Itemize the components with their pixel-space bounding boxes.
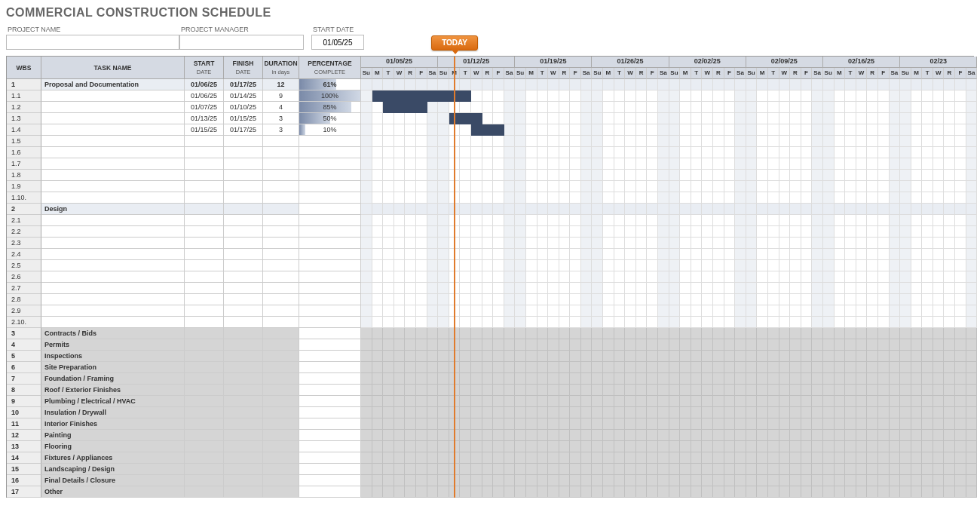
day-cell[interactable] xyxy=(669,430,681,441)
day-cell[interactable] xyxy=(515,328,526,339)
task-cell[interactable] xyxy=(41,170,185,181)
start-date-cell[interactable]: 01/06/25 xyxy=(185,79,224,90)
day-cell[interactable] xyxy=(460,283,471,294)
day-cell[interactable] xyxy=(625,226,636,238)
task-cell[interactable]: Interior Finishes xyxy=(41,418,185,430)
day-cell[interactable] xyxy=(944,226,955,238)
day-cell[interactable] xyxy=(592,136,603,147)
day-cell[interactable] xyxy=(394,204,406,215)
day-cell[interactable] xyxy=(658,407,669,418)
day-cell[interactable] xyxy=(812,396,823,407)
day-cell[interactable] xyxy=(878,373,890,385)
day-cell[interactable] xyxy=(636,170,648,181)
day-cell[interactable] xyxy=(658,136,669,147)
day-cell[interactable] xyxy=(890,113,901,124)
day-cell[interactable] xyxy=(713,102,724,113)
day-cell[interactable] xyxy=(482,192,494,204)
day-cell[interactable] xyxy=(647,373,658,385)
day-cell[interactable] xyxy=(856,249,868,260)
day-cell[interactable] xyxy=(394,430,406,441)
day-cell[interactable] xyxy=(504,170,516,181)
day-cell[interactable] xyxy=(636,385,648,396)
day-cell[interactable] xyxy=(372,226,384,238)
day-cell[interactable] xyxy=(801,441,813,452)
day-cell[interactable] xyxy=(526,249,537,260)
day-cell[interactable] xyxy=(581,418,593,430)
day-cell[interactable] xyxy=(427,260,439,271)
day-cell[interactable] xyxy=(757,339,768,351)
day-cell[interactable] xyxy=(702,351,713,362)
day-cell[interactable] xyxy=(504,192,516,204)
day-cell[interactable] xyxy=(603,215,614,226)
day-cell[interactable] xyxy=(812,147,823,158)
day-cell[interactable] xyxy=(636,486,648,498)
day-cell[interactable] xyxy=(966,136,978,147)
day-cell[interactable] xyxy=(482,486,494,498)
day-cell[interactable] xyxy=(438,147,449,158)
day-cell[interactable] xyxy=(504,441,516,452)
day-cell[interactable] xyxy=(537,452,549,464)
day-cell[interactable] xyxy=(625,215,636,226)
day-cell[interactable] xyxy=(768,181,779,192)
day-cell[interactable] xyxy=(427,294,439,305)
day-cell[interactable] xyxy=(735,113,746,124)
day-cell[interactable] xyxy=(735,418,746,430)
day-cell[interactable] xyxy=(735,305,746,317)
day-cell[interactable] xyxy=(713,464,724,475)
day-cell[interactable] xyxy=(394,283,406,294)
day-cell[interactable] xyxy=(746,373,758,385)
day-cell[interactable] xyxy=(790,452,801,464)
day-cell[interactable] xyxy=(724,430,736,441)
day-cell[interactable] xyxy=(801,475,813,486)
day-cell[interactable] xyxy=(757,385,768,396)
day-cell[interactable] xyxy=(867,385,878,396)
day-cell[interactable] xyxy=(361,464,372,475)
day-cell[interactable] xyxy=(526,181,537,192)
day-cell[interactable] xyxy=(493,90,504,102)
day-cell[interactable] xyxy=(581,407,593,418)
day-cell[interactable] xyxy=(835,305,846,317)
day-cell[interactable] xyxy=(416,79,427,90)
day-cell[interactable] xyxy=(835,136,846,147)
day-cell[interactable] xyxy=(702,238,713,249)
day-cell[interactable] xyxy=(504,249,516,260)
day-cell[interactable] xyxy=(768,124,779,136)
day-cell[interactable] xyxy=(581,238,593,249)
day-cell[interactable] xyxy=(691,407,703,418)
day-cell[interactable] xyxy=(471,226,482,238)
day-cell[interactable] xyxy=(878,430,890,441)
day-cell[interactable] xyxy=(724,305,736,317)
day-cell[interactable] xyxy=(647,113,658,124)
day-cell[interactable] xyxy=(570,441,581,452)
day-cell[interactable] xyxy=(856,441,868,452)
day-cell[interactable] xyxy=(823,317,835,328)
day-cell[interactable] xyxy=(680,351,691,362)
duration-cell[interactable]: 9 xyxy=(263,90,299,102)
day-cell[interactable] xyxy=(636,124,648,136)
day-cell[interactable] xyxy=(933,305,945,317)
day-cell[interactable] xyxy=(383,305,394,317)
day-cell[interactable] xyxy=(823,283,835,294)
day-cell[interactable] xyxy=(735,339,746,351)
day-cell[interactable] xyxy=(482,249,494,260)
day-cell[interactable] xyxy=(592,283,603,294)
day-cell[interactable] xyxy=(537,204,549,215)
day-cell[interactable] xyxy=(570,362,581,373)
day-cell[interactable] xyxy=(515,441,526,452)
day-cell[interactable] xyxy=(955,452,966,464)
day-cell[interactable] xyxy=(735,271,746,283)
day-cell[interactable] xyxy=(702,192,713,204)
day-cell[interactable] xyxy=(438,113,449,124)
day-cell[interactable] xyxy=(922,396,933,407)
pct-cell[interactable] xyxy=(299,430,361,441)
day-cell[interactable] xyxy=(746,305,758,317)
day-cell[interactable] xyxy=(526,351,537,362)
day-cell[interactable] xyxy=(636,294,648,305)
day-cell[interactable] xyxy=(394,192,406,204)
day-cell[interactable] xyxy=(835,192,846,204)
wbs-cell[interactable]: 2.7 xyxy=(7,283,41,294)
day-cell[interactable] xyxy=(900,102,911,113)
day-cell[interactable] xyxy=(526,136,537,147)
day-cell[interactable] xyxy=(559,238,571,249)
day-cell[interactable] xyxy=(504,113,516,124)
